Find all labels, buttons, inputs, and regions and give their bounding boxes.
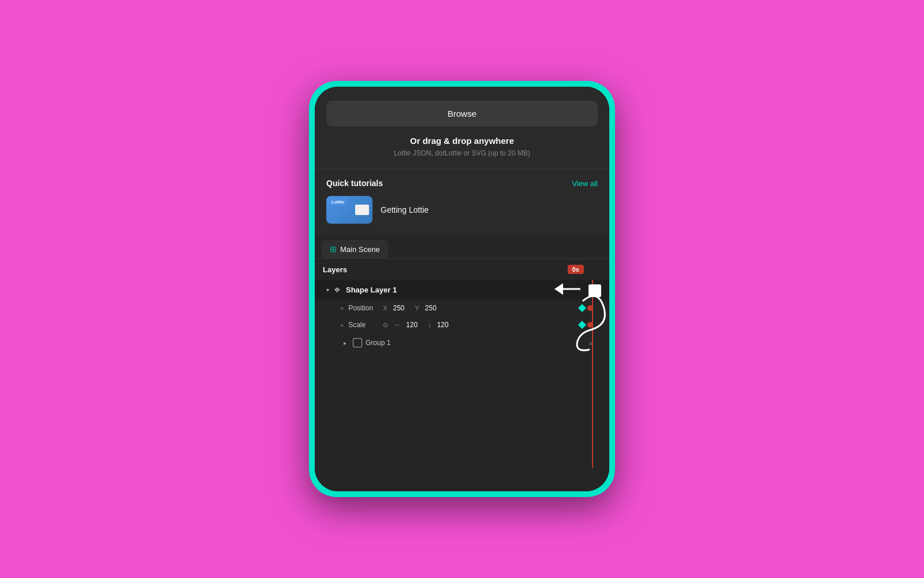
link-icon[interactable]: ⊙: [383, 321, 388, 329]
divider: [315, 169, 609, 169]
main-scene-tab[interactable]: ⊞ Main Scene: [322, 240, 388, 258]
property-values-scale: ⊙ ↔ 120 ↕ 120: [383, 321, 579, 329]
h-axis-label: ↕: [428, 321, 431, 328]
device-screen: Browse Or drag & drop anywhere Lottie JS…: [315, 87, 609, 491]
layer-row-shape-layer-1[interactable]: ▾ ❖ Shape Layer 1 »: [315, 280, 609, 299]
thumbnail-preview: [355, 205, 369, 215]
keyframe-diamond-scale[interactable]: [578, 321, 586, 329]
layers-label: Layers: [323, 265, 347, 274]
property-row-position[interactable]: » Position X 250 Y 250: [315, 300, 609, 316]
group-name: Group 1: [366, 339, 589, 347]
property-icon-position: »: [340, 305, 344, 312]
view-all-link[interactable]: View all: [572, 179, 598, 188]
tutorial-thumbnail: Lottie: [326, 196, 372, 224]
layers-content: ▾ ❖ Shape Layer 1 » » Position: [315, 280, 609, 352]
quick-tutorials-label: Quick tutorials: [326, 179, 383, 188]
property-values-position: X 250 Y 250: [383, 304, 579, 312]
property-name-position: Position: [348, 304, 383, 312]
bottom-panel: ⊞ Main Scene Layers 0s ▾: [315, 235, 609, 491]
h-value[interactable]: 120: [437, 321, 453, 329]
y-value[interactable]: 250: [425, 304, 441, 312]
property-name-scale: Scale: [348, 321, 383, 329]
device-frame: Browse Or drag & drop anywhere Lottie JS…: [309, 81, 615, 497]
layer-expand-btn[interactable]: ▾: [323, 285, 332, 294]
x-value[interactable]: 250: [393, 304, 409, 312]
browse-button[interactable]: Browse: [326, 101, 598, 127]
shape-layer-icon: ❖: [332, 284, 342, 295]
layer-name-shape-layer-1: Shape Layer 1: [346, 286, 589, 294]
x-axis-label: X: [383, 305, 387, 312]
timecode-badge: 0s: [568, 265, 584, 274]
scene-tab-label: Main Scene: [340, 245, 380, 254]
property-icon-scale: »: [340, 321, 344, 328]
timeline-line: [592, 280, 593, 468]
lottie-badge: Lottie: [329, 198, 347, 206]
w-axis-label: ↔: [394, 321, 400, 328]
w-value[interactable]: 120: [406, 321, 422, 329]
file-types-text: Lottie JSON, dotLottie or SVG (up to 20 …: [326, 149, 598, 157]
tutorial-title: Getting Lottie: [381, 205, 429, 214]
group-icon: [353, 338, 362, 347]
upload-panel: Browse Or drag & drop anywhere Lottie JS…: [315, 87, 609, 235]
y-axis-label: Y: [415, 305, 419, 312]
scene-tab-icon: ⊞: [330, 244, 337, 254]
layers-header: Layers 0s: [315, 259, 609, 280]
drag-drop-text: Or drag & drop anywhere: [326, 136, 598, 146]
group-row-group-1[interactable]: ▸ Group 1 »: [315, 334, 609, 352]
keyframe-diamond-position[interactable]: [578, 304, 586, 312]
scene-tabs: ⊞ Main Scene: [315, 235, 609, 259]
layers-section: Layers 0s ▾ ❖ Shape Layer 1: [315, 259, 609, 491]
tutorial-item[interactable]: Lottie Getting Lottie: [326, 196, 598, 224]
group-expand-btn[interactable]: ▸: [340, 338, 349, 347]
property-row-scale[interactable]: » Scale ⊙ ↔ 120 ↕ 120: [315, 317, 609, 333]
quick-tutorials-row: Quick tutorials View all: [326, 179, 598, 188]
frame-marker: [588, 284, 601, 297]
